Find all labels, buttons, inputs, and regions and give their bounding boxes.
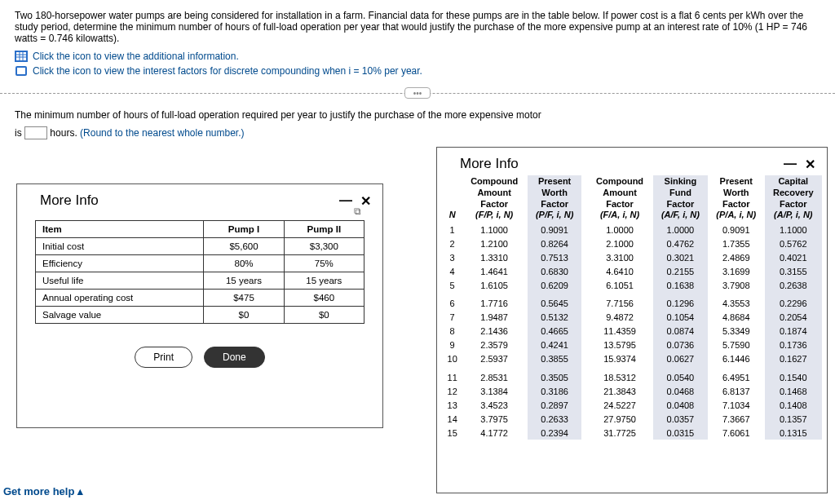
hours-input[interactable] xyxy=(24,126,47,139)
svg-rect-7 xyxy=(17,68,25,74)
modal2-title: More Info xyxy=(460,156,519,172)
done-button[interactable]: Done xyxy=(204,347,265,368)
more-info-modal-2: More Info — ✕ CompoundPresentCompoundSin… xyxy=(436,147,828,493)
close-icon[interactable]: ✕ xyxy=(360,193,371,209)
svg-rect-1 xyxy=(16,52,26,60)
interest-factor-table: CompoundPresentCompoundSinkingPresentCap… xyxy=(444,175,822,440)
pump-table: Item Pump I Pump II Initial cost$5,600$3… xyxy=(35,220,364,324)
modal1-title: More Info xyxy=(40,192,99,209)
divider-handle[interactable]: ••• xyxy=(404,87,431,99)
caret-up-icon: ▴ xyxy=(77,485,83,497)
problem-text: Two 180-horsepower water pumps are being… xyxy=(0,0,835,47)
minimize-icon[interactable]: — xyxy=(339,193,352,209)
pump-th-1: Pump I xyxy=(204,221,284,238)
info-link-2-text: Click the icon to view the interest fact… xyxy=(33,65,422,77)
answer-is: is xyxy=(15,127,22,139)
book-icon xyxy=(15,65,28,77)
answer-hours: hours. xyxy=(50,127,77,139)
round-hint: (Round to the nearest whole number.) xyxy=(80,127,244,139)
pump-th-2: Pump II xyxy=(284,221,364,238)
minimize-icon[interactable]: — xyxy=(784,157,797,172)
info-link-2[interactable]: Click the icon to view the interest fact… xyxy=(15,65,820,77)
close-icon[interactable]: ✕ xyxy=(805,157,815,172)
get-more-help[interactable]: Get more help ▴ xyxy=(0,485,83,497)
divider: ••• xyxy=(0,93,835,94)
answer-lead: The minimum number of hours of full-load… xyxy=(15,109,541,121)
table-icon xyxy=(15,51,28,62)
pump-th-item: Item xyxy=(36,221,204,238)
info-link-1-text: Click the icon to view the additional in… xyxy=(33,51,239,62)
print-button[interactable]: Print xyxy=(135,347,192,368)
info-link-1[interactable]: Click the icon to view the additional in… xyxy=(15,51,820,62)
more-info-modal-1: More Info — ✕ ⧉ Item Pump I Pump II Init… xyxy=(16,183,383,428)
